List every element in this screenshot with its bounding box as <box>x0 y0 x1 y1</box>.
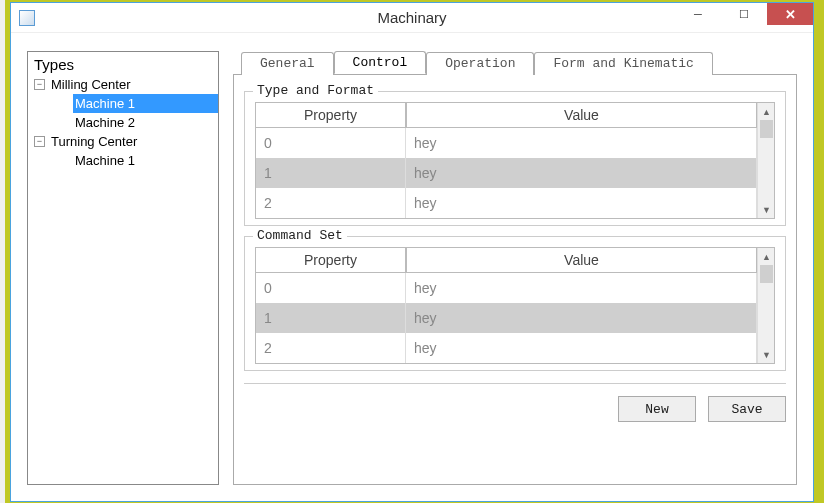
tree-title: Types <box>28 56 218 73</box>
scroll-up-icon[interactable]: ▲ <box>758 248 775 265</box>
types-tree-panel: Types − Milling Center Machine 1 Machine… <box>27 51 219 485</box>
tree-connector <box>58 155 69 166</box>
new-button[interactable]: New <box>618 396 696 422</box>
group-title: Command Set <box>253 228 347 243</box>
tab-form-kinematic[interactable]: Form and Kinematic <box>534 52 712 75</box>
group-type-and-format: Type and Format Property Value 0 hey <box>244 91 786 226</box>
tab-control[interactable]: Control <box>334 51 427 74</box>
cell-prop: 2 <box>256 333 406 363</box>
tree-connector <box>58 117 69 128</box>
table-row[interactable]: 0 hey <box>256 273 757 303</box>
group-command-set: Command Set Property Value 0 hey <box>244 236 786 371</box>
command-set-table: Property Value 0 hey 1 hey <box>255 247 775 364</box>
cell-val: hey <box>406 158 757 188</box>
col-value[interactable]: Value <box>406 248 757 273</box>
table-row[interactable]: 0 hey <box>256 128 757 158</box>
table-row[interactable]: 2 hey <box>256 188 757 218</box>
titlebar[interactable]: Machinary ─ ☐ ✕ <box>11 3 813 33</box>
col-value[interactable]: Value <box>406 103 757 128</box>
table-row[interactable]: 2 hey <box>256 333 757 363</box>
tree-node-milling-center[interactable]: − Milling Center <box>28 75 218 94</box>
right-panel: General Control Operation Form and Kinem… <box>233 51 797 485</box>
cell-val: hey <box>406 303 757 333</box>
table-header: Property Value <box>256 103 757 128</box>
save-button[interactable]: Save <box>708 396 786 422</box>
tree-node-turning-center[interactable]: − Turning Center <box>28 132 218 151</box>
tab-strip: General Control Operation Form and Kinem… <box>241 51 797 74</box>
col-property[interactable]: Property <box>256 103 406 128</box>
scroll-up-icon[interactable]: ▲ <box>758 103 775 120</box>
cell-val: hey <box>406 188 757 218</box>
expand-toggle-icon[interactable]: − <box>34 79 45 90</box>
tree-label: Milling Center <box>49 75 132 94</box>
cell-prop: 2 <box>256 188 406 218</box>
tab-panel-control: Type and Format Property Value 0 hey <box>233 74 797 485</box>
tab-operation[interactable]: Operation <box>426 52 534 75</box>
tree-label: Turning Center <box>49 132 139 151</box>
background-slice <box>0 0 7 503</box>
cell-prop: 1 <box>256 303 406 333</box>
table-row[interactable]: 1 hey <box>256 303 757 333</box>
group-title: Type and Format <box>253 83 378 98</box>
scrollbar[interactable]: ▲ ▼ <box>757 248 774 363</box>
scroll-thumb[interactable] <box>760 120 773 138</box>
scrollbar[interactable]: ▲ ▼ <box>757 103 774 218</box>
type-format-table: Property Value 0 hey 1 hey <box>255 102 775 219</box>
tree-node-machine-1[interactable]: Machine 1 <box>28 94 218 113</box>
client-area: Types − Milling Center Machine 1 Machine… <box>11 33 813 501</box>
tree-label: Machine 1 <box>73 151 137 170</box>
app-window: Machinary ─ ☐ ✕ Types − Milling Center M… <box>10 2 814 502</box>
col-property[interactable]: Property <box>256 248 406 273</box>
button-bar: New Save <box>244 383 786 422</box>
cell-val: hey <box>406 273 757 303</box>
tree-label: Machine 2 <box>73 113 137 132</box>
tree-label: Machine 1 <box>73 94 218 113</box>
expand-toggle-icon[interactable]: − <box>34 136 45 147</box>
cell-val: hey <box>406 128 757 158</box>
table-row[interactable]: 1 hey <box>256 158 757 188</box>
tree-node-machine-2[interactable]: Machine 2 <box>28 113 218 132</box>
tree-connector <box>58 98 69 109</box>
cell-prop: 0 <box>256 273 406 303</box>
cell-prop: 0 <box>256 128 406 158</box>
cell-prop: 1 <box>256 158 406 188</box>
tab-general[interactable]: General <box>241 52 334 75</box>
scroll-thumb[interactable] <box>760 265 773 283</box>
types-tree[interactable]: − Milling Center Machine 1 Machine 2 − T… <box>28 73 218 170</box>
table-header: Property Value <box>256 248 757 273</box>
window-title: Machinary <box>11 9 813 26</box>
scroll-down-icon[interactable]: ▼ <box>758 201 775 218</box>
cell-val: hey <box>406 333 757 363</box>
tree-node-tc-machine-1[interactable]: Machine 1 <box>28 151 218 170</box>
scroll-down-icon[interactable]: ▼ <box>758 346 775 363</box>
